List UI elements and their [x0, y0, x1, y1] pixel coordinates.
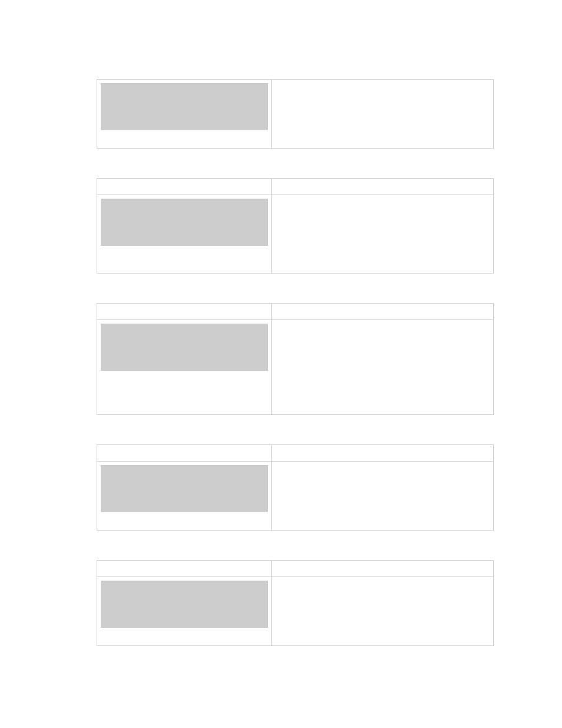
cell-left — [97, 462, 272, 530]
header-cell-right — [272, 179, 493, 195]
image-placeholder — [101, 581, 268, 628]
cell-right — [272, 320, 493, 414]
cell-left — [97, 577, 272, 645]
image-placeholder — [101, 83, 268, 130]
table-row — [97, 195, 493, 273]
header-cell-right — [272, 445, 493, 461]
header-cell-right — [272, 304, 493, 319]
cell-right — [272, 462, 493, 530]
cell-left — [97, 320, 272, 414]
header-cell-left — [97, 561, 272, 577]
table-header-row — [97, 445, 493, 462]
table-block-2 — [97, 303, 494, 415]
table-header-row — [97, 304, 493, 320]
table-block-4 — [97, 560, 494, 646]
cell-right — [272, 577, 493, 645]
table-row — [97, 320, 493, 414]
table-row — [97, 80, 493, 148]
image-placeholder — [101, 465, 268, 512]
table-header-row — [97, 561, 493, 577]
header-cell-right — [272, 561, 493, 577]
table-row — [97, 462, 493, 530]
table-block-3 — [97, 444, 494, 531]
image-placeholder — [101, 324, 268, 371]
header-cell-left — [97, 304, 272, 319]
header-cell-left — [97, 179, 272, 195]
table-block-1 — [97, 178, 494, 274]
cell-right — [272, 80, 493, 148]
document-content — [97, 79, 494, 676]
table-row — [97, 577, 493, 645]
cell-left — [97, 195, 272, 273]
cell-left — [97, 80, 272, 148]
header-cell-left — [97, 445, 272, 461]
table-block-0 — [97, 79, 494, 149]
cell-right — [272, 195, 493, 273]
table-header-row — [97, 179, 493, 195]
image-placeholder — [101, 199, 268, 246]
